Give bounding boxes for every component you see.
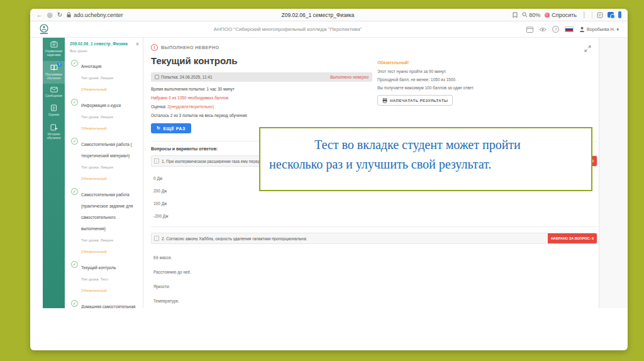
sidebar-item-label: История обучения [43, 132, 64, 140]
printer-icon [382, 98, 387, 103]
lessons-panel: Z09.02.06_1 семестр_Физика × Все уроки ✓… [65, 38, 143, 308]
attempt-info: Попытка: 24.06.2025, 11:41 [155, 75, 213, 79]
answer-option[interactable]: Температуре. [153, 299, 597, 303]
annotation-callout: Тест во вкладке студент может пройти нес… [259, 127, 592, 191]
divider [592, 11, 592, 19]
history-icon [50, 124, 58, 131]
answer-option[interactable]: Яркости. [153, 284, 597, 289]
attempt-duration: Время выполнения попытки: 1 час 30 минут [151, 87, 377, 91]
college-logo [39, 24, 49, 35]
sidebar-item-label: Управление задачами [43, 49, 64, 57]
tasks-icon [50, 41, 58, 48]
attempt-status: Выполнено неверно [330, 75, 369, 79]
chevron-down-icon: ▾ [616, 27, 619, 32]
lesson-item[interactable]: ✓ Самостоятельная работа (практическое з… [70, 185, 139, 258]
lesson-item[interactable]: ✓ Текущий контроль Тип урока: Тест Обяза… [70, 258, 139, 297]
answer-option[interactable]: Расстоянию до неё. [153, 270, 597, 274]
divider [151, 226, 597, 227]
header-actions: ? Воробьева Н. ▾ [526, 26, 619, 33]
bookmark-icon[interactable] [513, 12, 518, 18]
calendar-icon[interactable] [526, 26, 533, 33]
reload-icon[interactable]: ↻ [57, 12, 62, 18]
check-icon: ✓ [71, 300, 78, 307]
help-icon[interactable]: ? [552, 26, 559, 33]
question-info-icon: i [154, 158, 159, 164]
grade-label: Оценка: [151, 104, 166, 109]
result-status: ! ВЫПОЛНЕНО НЕВЕРНО [151, 44, 597, 51]
url-bar[interactable]: ado.uchebny.center [67, 12, 123, 18]
check-icon: ✓ [71, 99, 78, 106]
lesson-flag: Обязательный [81, 126, 107, 130]
lesson-type: Тип урока: Лекция [81, 238, 113, 242]
close-icon[interactable]: × [136, 42, 139, 47]
extension-icon-2[interactable] [618, 11, 621, 18]
lesson-item[interactable]: ✓ Аннотация Тип урока: Лекция Обязательн… [70, 57, 139, 96]
chrome-actions: 80% Спросить ⋮ [513, 11, 621, 19]
lesson-type: Тип урока: Лекция [81, 115, 113, 119]
course-title-link[interactable]: Z09.02.06_1 семестр_Физика [70, 42, 128, 47]
expand-icon[interactable] [584, 45, 591, 52]
callout-text-line2: несколько раз и улучшить свой результат. [269, 155, 582, 174]
answer-option[interactable]: Её массе. [153, 255, 597, 260]
lesson-title: Текущий контроль [81, 265, 116, 270]
notes-icon[interactable] [597, 12, 603, 18]
sidebar-item-messages[interactable]: Сообщения [43, 84, 65, 101]
lesson-type: Тип урока: Лекция [81, 165, 113, 169]
language-flag-ru[interactable] [565, 26, 574, 32]
retry-button[interactable]: ↻ ЕЩЁ РАЗ [151, 123, 191, 133]
target-icon[interactable]: ◎ [47, 12, 53, 18]
sidebar-item-history[interactable]: История обучения [43, 121, 65, 144]
sidebar-item-tasks[interactable]: Управление задачами [43, 38, 65, 61]
print-results-button[interactable]: НАПЕЧАТАТЬ РЕЗУЛЬТАТЫ [377, 95, 453, 106]
attempts-left: Осталось 2 из 3 попыток на весь период о… [151, 113, 377, 118]
user-menu[interactable]: Воробьева Н. ▾ [579, 26, 619, 32]
tab-title[interactable]: Z09.02.06_1 семестр_Физика [128, 12, 509, 18]
check-icon: ✓ [71, 138, 78, 145]
info-line: Проходной балл, не менее: 1050 из 1500. [377, 77, 491, 82]
attempt-details: Время выполнения попытки: 1 час 30 минут… [151, 87, 377, 118]
attempt-score: Набрано 0 из 1050 необходимых баллов [151, 96, 377, 100]
question-info-icon: i [154, 236, 159, 241]
check-icon: ✓ [71, 188, 78, 195]
answer-option[interactable]: 100 Дж [153, 201, 597, 206]
lesson-title: Домашняя самостоятельная работа [81, 304, 135, 308]
attempt-bar[interactable]: Попытка: 24.06.2025, 11:41 Выполнено нев… [151, 72, 372, 82]
lessons-filter[interactable]: Все уроки [70, 49, 139, 53]
scroll-gutter[interactable] [599, 38, 628, 308]
lesson-item[interactable]: ✓ Домашняя самостоятельная работа Тип ур… [70, 297, 139, 308]
lesson-flag: Обязательный [81, 87, 107, 91]
lesson-type: Тип урока: Тест [81, 277, 108, 281]
app-header: АНПОО "Сибирский многопрофильный колледж… [30, 21, 628, 38]
print-label: НАПЕЧАТАТЬ РЕЗУЛЬТАТЫ [390, 99, 448, 103]
lesson-title: Аннотация [81, 64, 101, 69]
user-name: Воробьева Н. [587, 27, 614, 31]
lesson-flag: Обязательный [81, 177, 107, 181]
extension-icon[interactable] [608, 12, 614, 18]
lesson-title: Самостоятельная работа ( теоретический м… [81, 142, 132, 158]
ask-button[interactable]: Спросить [545, 12, 577, 18]
status-text: ВЫПОЛНЕНО НЕВЕРНО [161, 45, 219, 50]
page-title: Текущий контроль [151, 55, 597, 66]
zoom-control[interactable]: 80% [522, 12, 540, 18]
grade-value: 2(неудовлетворительно) [167, 104, 214, 109]
ask-label: Спросить [552, 12, 577, 18]
eye-icon[interactable] [539, 27, 547, 32]
browser-chrome: ← ◎ ↻ ado.uchebny.center Z09.02.06_1 сем… [30, 9, 628, 21]
answers-list-2: Её массе. Расстоянию до неё. Яркости. Те… [151, 244, 597, 303]
back-icon[interactable]: ← [36, 12, 43, 18]
sidebar-item-programs[interactable]: 3 Программы обучения [43, 61, 65, 84]
question-bar-2[interactable]: i 2. Согласно закону Хаббла, скорость уд… [151, 233, 597, 244]
sidebar-item-grades[interactable]: Оценки [43, 101, 65, 120]
lesson-title: Информация о курсе [81, 103, 121, 108]
lesson-item[interactable]: ✓ Самостоятельная работа ( теоретический… [70, 135, 139, 185]
retry-label: ЕЩЁ РАЗ [163, 126, 185, 131]
answer-option[interactable]: -200 Дж [153, 214, 597, 218]
question-score-badge: НАБРАНО ЗА ВОПРОС: 0 [548, 233, 597, 243]
book-icon [50, 64, 58, 71]
callout-text-line1: Тест во вкладке студент может пройти [269, 135, 582, 155]
menu-dots-icon[interactable]: ⋮ [581, 12, 587, 18]
ask-icon [545, 13, 550, 18]
question-text: 2. Согласно закону Хаббла, скорость удал… [162, 236, 307, 241]
sidebar-item-label: Оценки [48, 113, 59, 116]
lesson-item[interactable]: ✓ Информация о курсе Тип урока: Лекция О… [70, 96, 139, 135]
